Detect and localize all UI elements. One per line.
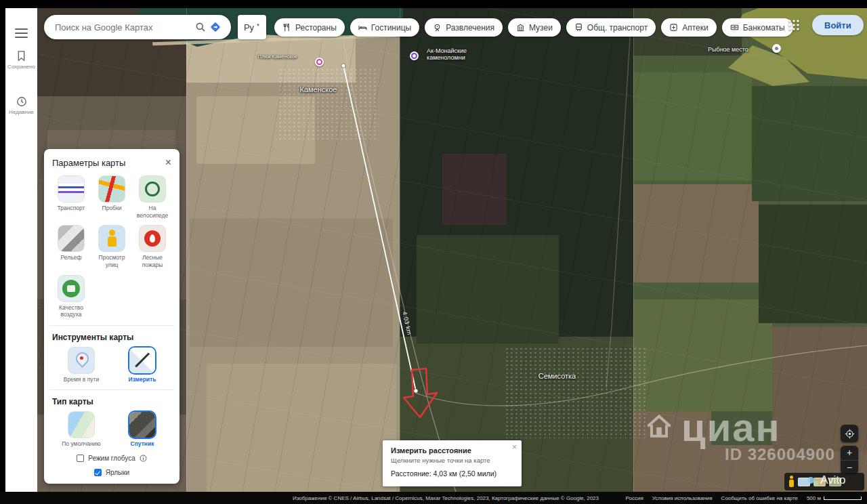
search-icon[interactable]	[193, 22, 208, 33]
menu-icon[interactable]	[15, 28, 28, 38]
map-detail-tile[interactable]: Транспорт	[52, 176, 90, 219]
footer-link[interactable]: Россия	[626, 495, 643, 501]
map-label: Пляж Каменское	[255, 54, 297, 60]
my-location-button[interactable]	[841, 425, 858, 442]
avito-logo-circle	[813, 481, 818, 486]
status-bar: Изображения © CNES / Airbus, Landsat / C…	[0, 492, 867, 504]
map-scale: 500 м	[807, 495, 862, 501]
footer-link[interactable]: Условия использования	[652, 495, 713, 501]
red-arrow-annotation	[404, 369, 437, 417]
beach-marker[interactable]	[315, 58, 324, 66]
globe-mode-checkbox[interactable]	[77, 455, 84, 462]
entertainment-icon	[433, 23, 442, 32]
cian-watermark: циан	[643, 404, 781, 450]
quarry-marker[interactable]	[410, 51, 419, 60]
measure-line	[341, 64, 418, 393]
measure-popup-distance: Расстояние: 4,03 км (2,50 мили)	[391, 469, 513, 478]
category-chip[interactable]: Аптеки	[661, 18, 717, 37]
language-selector[interactable]: Ру ▼	[238, 15, 266, 39]
map-attribution: Изображения © CNES / Airbus, Landsat / C…	[293, 495, 599, 501]
map-tools-tiles: Время в пути Измерить	[52, 348, 171, 383]
scale-label: 500 м	[807, 495, 821, 501]
top-black-strip	[0, 0, 867, 8]
chevron-down-icon: ▼	[256, 23, 260, 27]
map-type-tiles: По умолчанию Спутник	[52, 412, 171, 448]
map-options-panel: Параметры карты × Транспорт Пробки На ве…	[44, 149, 179, 484]
tile-label: Просмотр улиц	[93, 254, 131, 268]
travel-time-icon	[68, 348, 94, 373]
pharmacy-icon	[669, 23, 678, 32]
category-chip[interactable]: Рестораны	[274, 18, 345, 37]
signin-button[interactable]: Войти	[812, 15, 864, 35]
map-label: Семисотка	[525, 372, 589, 381]
tile-label: Спутник	[131, 440, 154, 448]
footer-link[interactable]: Сообщить об ошибке на карте	[721, 495, 798, 501]
terrain-icon	[58, 226, 84, 251]
left-sidebar: Сохранено Недавние	[5, 8, 37, 492]
atm-icon	[730, 23, 739, 32]
map-detail-tile[interactable]: Просмотр улиц	[93, 226, 131, 268]
category-chip-label: Общ. транспорт	[587, 23, 648, 33]
map-detail-tile[interactable]: Качество воздуха	[52, 276, 90, 318]
tile-label: Рельеф	[61, 254, 82, 261]
map-type-tile[interactable]: Спутник	[113, 412, 171, 448]
category-chip[interactable]: Гостиницы	[350, 18, 419, 37]
category-chip-label: Банкоматы	[743, 23, 785, 33]
info-icon[interactable]	[140, 455, 147, 462]
restaurant-icon	[282, 23, 291, 32]
map-detail-tile[interactable]: Рельеф	[52, 226, 90, 268]
sidebar-item-saved[interactable]: Сохранено	[5, 50, 37, 70]
road-lines	[343, 28, 867, 492]
category-chips: Рестораны Гостиницы Развлечения Музеи Об…	[274, 18, 793, 37]
labels-label: Ярлыки	[106, 469, 129, 476]
tile-label: Измерить	[129, 376, 156, 383]
my-location-icon	[845, 429, 855, 439]
google-apps-icon[interactable]	[788, 19, 800, 34]
map-type-tile[interactable]: По умолчанию	[52, 412, 110, 448]
map-detail-tile[interactable]: Лесные пожары	[133, 226, 171, 268]
map-label: Рыбное место	[708, 46, 772, 53]
tile-label: На велосипеде	[133, 205, 171, 219]
category-chip-label: Рестораны	[295, 23, 337, 33]
app-window: КаменскоеСемисоткаАк-Монайские каменолом…	[0, 0, 867, 504]
map-tool-tile[interactable]: Измерить	[113, 348, 171, 383]
map-detail-tile[interactable]: Пробки	[93, 176, 131, 219]
tile-label: По умолчанию	[62, 440, 100, 448]
tile-label: Время в пути	[64, 376, 99, 383]
category-chip[interactable]: Музеи	[508, 18, 561, 37]
close-icon[interactable]: ×	[165, 157, 171, 168]
category-chip[interactable]: Развлечения	[425, 18, 503, 37]
category-chip-label: Развлечения	[446, 23, 494, 33]
language-label: Ру	[244, 22, 254, 33]
fishing-spot-marker[interactable]	[772, 44, 781, 53]
labels-checkbox[interactable]	[94, 469, 102, 476]
close-icon[interactable]: ×	[512, 442, 517, 452]
map-label: Каменское	[281, 85, 356, 94]
globe-mode-checkbox-row[interactable]: Режим глобуса	[52, 455, 171, 462]
wildfire-icon	[140, 226, 165, 251]
street-view-icon	[99, 226, 125, 251]
transit-map-icon	[58, 176, 84, 202]
tile-label: Лесные пожары	[133, 254, 171, 268]
zoom-out-button[interactable]: −	[841, 461, 858, 475]
search-input[interactable]	[55, 22, 193, 33]
footer-links: РоссияУсловия использованияСообщить об о…	[626, 495, 798, 501]
directions-icon[interactable]	[208, 21, 223, 33]
air-quality-icon	[58, 276, 84, 301]
traffic-icon	[99, 176, 125, 202]
sidebar-item-label: Недавние	[5, 109, 37, 116]
bookmark-icon	[16, 50, 26, 62]
globe-mode-label: Режим глобуса	[88, 455, 135, 462]
zoom-in-button[interactable]: +	[841, 446, 858, 460]
measure-icon	[129, 348, 155, 373]
map-tool-tile[interactable]: Время в пути	[52, 348, 110, 383]
sidebar-item-recent[interactable]: Недавние	[5, 96, 37, 116]
map-detail-tile[interactable]: На велосипеде	[133, 176, 171, 219]
pegman-icon[interactable]	[788, 476, 795, 488]
category-chip[interactable]: Общ. транспорт	[566, 18, 656, 37]
map-type-title: Тип карты	[52, 397, 171, 406]
labels-checkbox-row[interactable]: Ярлыки	[52, 469, 171, 476]
scale-bar	[824, 497, 862, 500]
museum-icon	[516, 23, 525, 32]
category-chip[interactable]: Банкоматы	[722, 18, 793, 37]
